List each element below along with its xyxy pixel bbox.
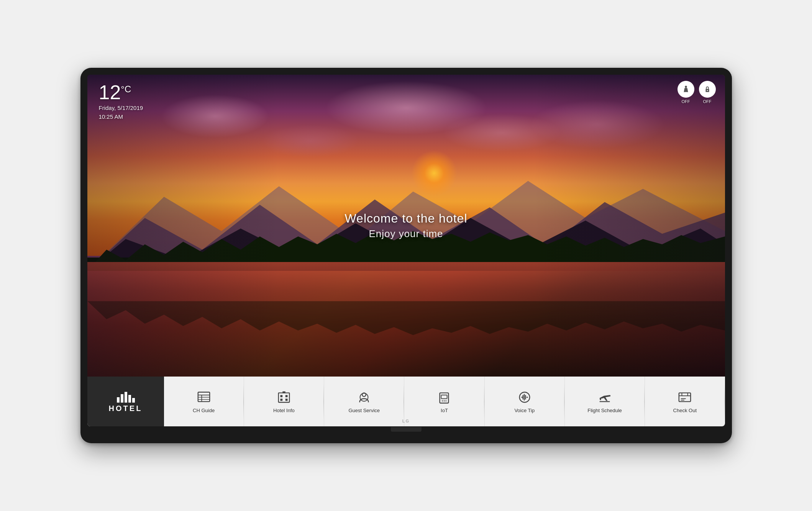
svg-rect-24 — [280, 398, 282, 401]
flight-schedule-icon — [597, 390, 612, 405]
menu-item-check-out[interactable]: Check Out — [645, 377, 725, 426]
date-text: Friday, 5/17/2019 — [99, 104, 143, 113]
menu-item-ch-guide[interactable]: CH Guide — [164, 377, 244, 426]
svg-rect-41 — [679, 393, 691, 401]
welcome-line1: Welcome to the hotel — [344, 211, 467, 226]
ch-guide-label: CH Guide — [193, 408, 215, 413]
top-info: 12°C Friday, 5/17/2019 10:25 AM — [99, 82, 143, 121]
maid-icon-circle — [677, 81, 694, 98]
hotel-bars-icon — [116, 390, 135, 403]
svg-rect-13 — [125, 392, 127, 403]
temperature-display: 12°C — [99, 82, 143, 102]
menu-item-voice-tip[interactable]: Voice Tip — [485, 377, 565, 426]
guest-service-icon — [357, 390, 371, 405]
hotel-logo-text: HOTEL — [109, 404, 143, 413]
welcome-line2: Enjoy your time — [344, 228, 467, 240]
svg-rect-26 — [282, 391, 285, 393]
dnd-icon-circle — [699, 81, 716, 98]
maid-status-text: OFF — [682, 99, 690, 104]
temperature-value: 12 — [99, 81, 121, 103]
welcome-text: Welcome to the hotel Enjoy your time — [344, 211, 467, 240]
menu-item-hotel-info[interactable]: Hotel Info — [244, 377, 324, 426]
dnd-icon — [703, 85, 712, 93]
tv-stand — [391, 427, 422, 432]
datetime-display: Friday, 5/17/2019 10:25 AM — [99, 104, 143, 121]
hotel-info-label: Hotel Info — [273, 408, 295, 413]
voice-tip-label: Voice Tip — [514, 408, 535, 413]
temperature-unit: °C — [121, 84, 131, 94]
guest-service-label: Guest Service — [348, 408, 380, 413]
iot-icon — [437, 390, 451, 405]
menu-item-guest-service[interactable]: Guest Service — [324, 377, 404, 426]
check-out-label: Check Out — [673, 408, 697, 413]
hotel-info-icon — [277, 390, 291, 405]
voice-tip-icon — [517, 390, 532, 405]
check-out-icon — [677, 390, 692, 405]
dnd-button[interactable]: OFF — [699, 81, 716, 104]
flight-schedule-label: Flight Schedule — [587, 408, 622, 413]
maid-service-button[interactable]: OFF — [677, 81, 694, 104]
maid-icon — [682, 85, 690, 93]
svg-rect-30 — [441, 395, 447, 399]
svg-rect-22 — [280, 395, 282, 397]
menu-items-container: CH Guide Hotel Info — [164, 377, 725, 426]
svg-rect-11 — [117, 397, 120, 403]
svg-rect-14 — [128, 395, 131, 403]
background-scene: 12°C Friday, 5/17/2019 10:25 AM — [87, 75, 725, 377]
svg-rect-25 — [285, 398, 288, 401]
time-text: 10:25 AM — [99, 113, 143, 121]
menu-item-flight-schedule[interactable]: Flight Schedule — [565, 377, 645, 426]
svg-rect-16 — [198, 392, 209, 401]
ch-guide-icon — [197, 390, 211, 405]
svg-point-28 — [360, 393, 368, 401]
svg-point-10 — [707, 90, 708, 91]
svg-rect-21 — [279, 393, 290, 402]
iot-label: IoT — [441, 408, 448, 413]
dnd-status-text: OFF — [703, 99, 712, 104]
svg-rect-15 — [132, 398, 135, 403]
top-service-icons: OFF OFF — [677, 81, 716, 104]
hotel-logo-section: HOTEL — [87, 377, 164, 426]
svg-rect-23 — [285, 395, 288, 397]
svg-point-6 — [685, 86, 687, 88]
menu-item-iot[interactable]: IoT — [404, 377, 484, 426]
tv-screen: 12°C Friday, 5/17/2019 10:25 AM — [87, 75, 725, 426]
svg-rect-12 — [121, 394, 123, 403]
lg-logo: LG — [402, 419, 410, 423]
tv-frame: 12°C Friday, 5/17/2019 10:25 AM — [80, 68, 732, 443]
